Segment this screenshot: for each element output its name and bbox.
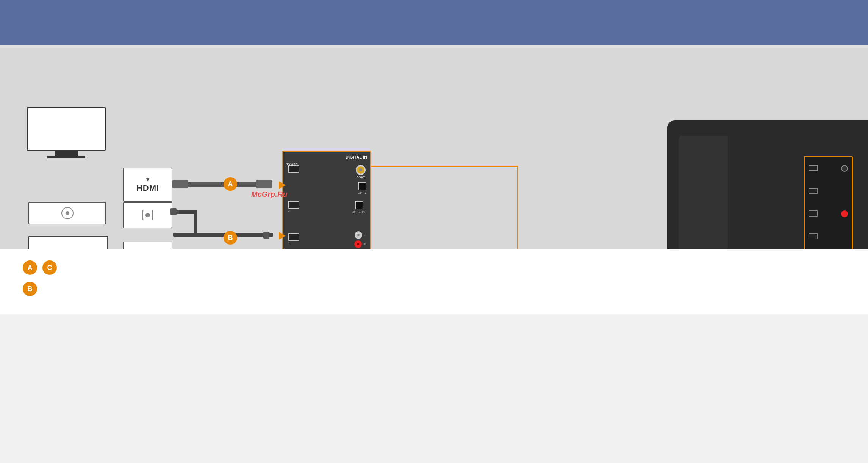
badge-b: B (224, 231, 237, 245)
hdmi-connector-a-right (256, 180, 272, 188)
optical-device (28, 202, 106, 224)
hdmi-in1-port (288, 201, 299, 209)
hdmi-label-top: HDMI (136, 183, 159, 193)
hdmi-arrow-top: ▼ (145, 176, 150, 182)
badge-b-note: B (23, 282, 37, 296)
opt2-port-area: OPT 2 (358, 182, 366, 195)
sp-hdmi3 (809, 210, 818, 217)
connect-line-right (517, 166, 518, 249)
connect-line-top (371, 166, 518, 167)
opt1-port (355, 201, 363, 209)
sp-rca2 (841, 210, 848, 217)
hdmi-in2-port (288, 233, 299, 241)
note-b-badges: B (23, 282, 40, 296)
tv-screen (27, 107, 106, 151)
hdmi-out-port (288, 165, 299, 173)
l-label: L (364, 234, 365, 237)
note-ac-badges: A C (23, 260, 60, 275)
bottom-area: A C B (0, 249, 868, 314)
opt1-port-area: OPT 1(TV) (352, 201, 366, 214)
coax-port-area: COAX (356, 165, 366, 179)
note-b: B (23, 282, 845, 296)
top-banner (0, 0, 868, 45)
opt2-label: OPT 2 (358, 191, 366, 195)
hdmi-in2-area: 2 (288, 233, 299, 244)
diagram-area: ▼ HDMI ▼ HDMI A B C DIGITAL IN TV·ARC (0, 48, 868, 249)
cable-b-seg2 (173, 233, 273, 237)
arrow-a (279, 181, 286, 189)
badge-a-note: A (23, 260, 37, 275)
tv-device (23, 107, 110, 162)
soundbar-device (667, 120, 868, 249)
coax-port-label: COAX (356, 176, 365, 179)
soundbar-panel-highlight (804, 156, 853, 249)
hdmi-in1-area: 1 (288, 201, 299, 212)
cable-b-vert (194, 210, 197, 234)
soundbar-body-left (679, 136, 732, 249)
r-label: R (363, 243, 366, 246)
separator-bar (0, 45, 868, 48)
coax-rca-port (356, 165, 366, 175)
tv-stand (55, 151, 78, 156)
opt-connector-b-left (170, 208, 177, 215)
sp-rca1 (841, 165, 848, 172)
sp-hdmi2 (809, 188, 818, 194)
digital-in-label: DIGITAL IN (346, 155, 367, 159)
arrow-b (279, 232, 286, 240)
soundbar-back-panel: DIGITAL IN TV·ARC COAX OPT 2 1 (282, 151, 371, 249)
hdmi-in1-label: 1 (288, 209, 299, 212)
badge-c-note: C (42, 260, 57, 275)
opt2-port (358, 182, 366, 190)
hdmi-box-bot: ▼ HDMI (123, 242, 172, 249)
badge-a: A (224, 177, 237, 191)
sp-hdmi1 (809, 165, 818, 171)
optical-box-mid (123, 202, 172, 228)
tv-base (47, 156, 85, 158)
hdmi-in2-label: 2 (288, 241, 299, 244)
lr-rca-area: L R (354, 231, 366, 248)
sp-hdmi4 (809, 233, 818, 239)
hdmi-out-port-area (288, 165, 299, 173)
note-ac: A C (23, 260, 845, 275)
hdmi-connector-a-left (172, 180, 188, 188)
opt1-label: OPT 1(TV) (352, 210, 366, 214)
opt-connector-b-right (263, 232, 269, 239)
hdmi-box-top: ▼ HDMI (123, 168, 172, 202)
bd-device (28, 236, 108, 249)
